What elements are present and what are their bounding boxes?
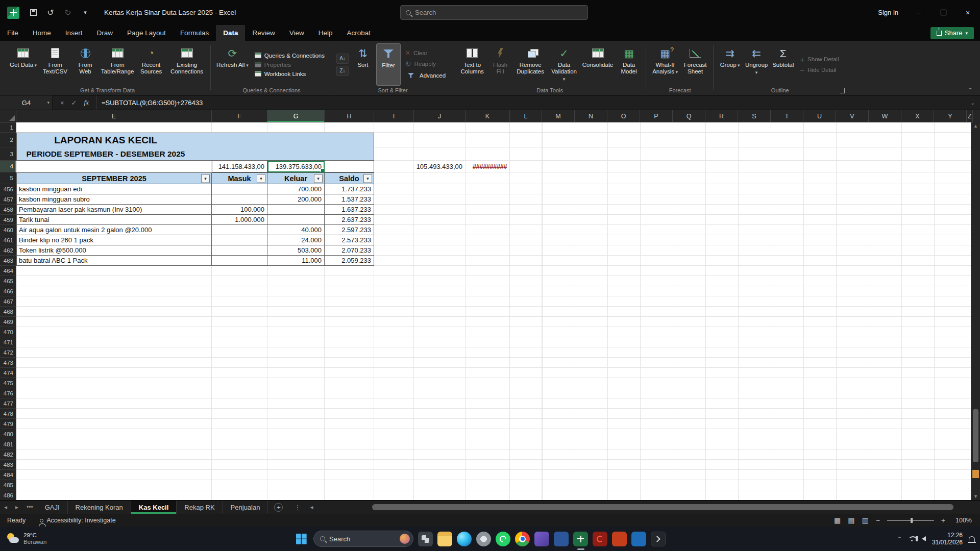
cell[interactable]: [414, 378, 465, 388]
cell[interactable]: [510, 337, 542, 347]
row-header[interactable]: 480: [0, 429, 16, 439]
cell[interactable]: [16, 122, 212, 133]
edge-browser-icon[interactable]: [457, 532, 472, 546]
row-header[interactable]: 3: [0, 147, 16, 161]
cell[interactable]: [465, 388, 510, 398]
cell[interactable]: [510, 161, 542, 172]
cell[interactable]: [212, 122, 267, 133]
notification-icon[interactable]: [969, 536, 975, 542]
remove-duplicates-button[interactable]: Remove Duplicates: [513, 43, 547, 86]
cell[interactable]: [212, 317, 267, 327]
horizontal-scrollbar[interactable]: [317, 500, 977, 514]
zoom-out-button[interactable]: −: [876, 516, 880, 524]
cell[interactable]: [374, 235, 414, 245]
close-button[interactable]: ×: [955, 0, 980, 25]
cell[interactable]: [374, 317, 414, 327]
file-explorer-icon[interactable]: [437, 532, 452, 546]
cell[interactable]: [465, 490, 510, 500]
cell[interactable]: [16, 307, 212, 317]
cell[interactable]: [465, 307, 510, 317]
cell-keluar[interactable]: 40.000: [267, 225, 325, 235]
cell[interactable]: [325, 388, 374, 398]
cell[interactable]: [325, 460, 374, 470]
cell[interactable]: [465, 205, 510, 215]
cell[interactable]: [465, 429, 510, 439]
column-header[interactable]: V: [836, 110, 869, 122]
cell[interactable]: [16, 460, 212, 470]
sheet-tab[interactable]: Rekening Koran: [68, 500, 131, 514]
data-model-button[interactable]: Data Model: [616, 43, 642, 86]
cell[interactable]: [374, 276, 414, 286]
cell[interactable]: [374, 205, 414, 215]
cell[interactable]: [267, 266, 325, 276]
ribbon-tab[interactable]: Home: [26, 25, 58, 41]
active-cell-g4[interactable]: 139.375.633,00: [267, 161, 325, 172]
zoom-in-button[interactable]: +: [941, 516, 945, 524]
tab-options-icon[interactable]: ⋮: [289, 504, 306, 511]
row-header[interactable]: 485: [0, 480, 16, 490]
column-header[interactable]: O: [607, 110, 640, 122]
cancel-formula-icon[interactable]: ×: [60, 99, 64, 107]
row-header[interactable]: 467: [0, 296, 16, 307]
cell[interactable]: [267, 409, 325, 419]
cell[interactable]: [212, 347, 267, 358]
cell[interactable]: [267, 449, 325, 460]
cell[interactable]: [510, 449, 542, 460]
cell[interactable]: [510, 235, 542, 245]
cell[interactable]: [414, 358, 465, 368]
cell[interactable]: [267, 276, 325, 286]
excel-taskbar-icon[interactable]: [573, 532, 588, 546]
powerpoint-icon[interactable]: [612, 532, 627, 546]
next-sheet-icon[interactable]: ▸: [11, 500, 22, 514]
cell[interactable]: [374, 398, 414, 409]
cell[interactable]: [212, 296, 267, 307]
cell[interactable]: [325, 307, 374, 317]
cell[interactable]: [212, 337, 267, 347]
row-header[interactable]: 458: [0, 205, 16, 215]
cell[interactable]: [16, 347, 212, 358]
filter-button[interactable]: Filter: [376, 43, 401, 86]
cell-description[interactable]: Tarik tunai: [16, 215, 212, 225]
cell[interactable]: [325, 470, 374, 480]
cell[interactable]: [267, 398, 325, 409]
header-saldo[interactable]: Saldo: [325, 172, 374, 184]
adobe-acrobat-icon[interactable]: [593, 532, 607, 546]
cell[interactable]: [510, 245, 542, 256]
cell[interactable]: [212, 429, 267, 439]
maximize-button[interactable]: [931, 0, 955, 25]
cell[interactable]: [465, 215, 510, 225]
cell[interactable]: [16, 419, 212, 429]
cell-masuk[interactable]: [212, 184, 267, 194]
filter-dropdown-button[interactable]: [314, 174, 323, 183]
cell[interactable]: [414, 205, 465, 215]
ribbon-tab[interactable]: File: [0, 25, 26, 41]
cell[interactable]: [267, 296, 325, 307]
photos-app-icon[interactable]: [534, 532, 549, 546]
word-icon[interactable]: [554, 532, 569, 546]
cell-saldo[interactable]: 2.059.233: [325, 256, 374, 266]
cell[interactable]: [510, 296, 542, 307]
cell-total-masuk[interactable]: 141.158.433,00: [212, 161, 267, 172]
row-header[interactable]: 1: [0, 122, 16, 133]
new-sheet-button[interactable]: +: [268, 500, 289, 514]
cell[interactable]: [16, 327, 212, 337]
column-header[interactable]: H: [325, 110, 374, 122]
group-button[interactable]: Group: [718, 43, 742, 86]
cell[interactable]: [414, 368, 465, 378]
cell[interactable]: [267, 388, 325, 398]
row-header[interactable]: 463: [0, 256, 16, 266]
ribbon-tab[interactable]: Draw: [90, 25, 120, 41]
cell[interactable]: [267, 439, 325, 449]
cell[interactable]: [16, 439, 212, 449]
cell[interactable]: [465, 460, 510, 470]
ribbon-tab[interactable]: Acrobat: [339, 25, 378, 41]
cell[interactable]: [16, 490, 212, 500]
cell[interactable]: [374, 245, 414, 256]
cell[interactable]: [16, 409, 212, 419]
cell[interactable]: [212, 378, 267, 388]
column-header[interactable]: J: [414, 110, 465, 122]
cell[interactable]: [465, 256, 510, 266]
cell[interactable]: [16, 266, 212, 276]
column-header[interactable]: P: [640, 110, 673, 122]
cell[interactable]: [325, 276, 374, 286]
